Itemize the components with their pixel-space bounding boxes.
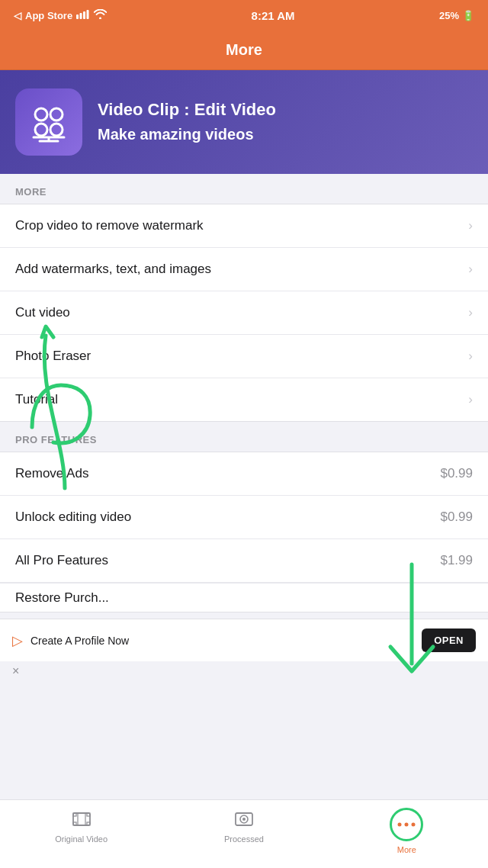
svg-point-22 [405,823,409,827]
svg-point-20 [242,818,246,821]
tab-more-label: More [397,845,416,854]
signal-icon [76,10,90,21]
status-bar: ◁ App Store 8:21 AM 25% 🔋 [0,0,488,31]
list-item-tutorial[interactable]: Tutorial › [0,378,488,421]
list-item-photo-eraser-label: Photo Eraser [15,349,91,364]
app-banner: Video Clip : Edit Video Make amazing vid… [0,70,488,174]
pro-item-all-features-label: All Pro Features [15,553,108,568]
tab-processed[interactable]: Processed [162,808,325,844]
app-icon [15,88,82,156]
chevron-icon-1: › [468,262,473,277]
ad-left: ▷ Create A Profile Now [12,632,129,649]
pro-section-header: PRO FEATURES [0,422,488,452]
pro-item-unlock-editing-price: $0.99 [440,510,473,525]
status-time: 8:21 AM [252,9,295,22]
tab-bar: Original Video Processed More [0,799,488,868]
svg-rect-13 [87,813,90,816]
svg-rect-12 [73,813,76,816]
pro-item-restore[interactable]: Restore Purch... [0,583,488,612]
tab-original-video-label: Original Video [55,834,108,844]
nav-bar: More [0,31,488,70]
app-tagline: Make amazing videos [98,124,276,145]
svg-rect-1 [80,13,82,19]
battery-percent: 25% [439,10,459,21]
tab-original-video[interactable]: Original Video [0,808,162,844]
pro-item-remove-ads-label: Remove Ads [15,466,88,481]
ad-text: Create A Profile Now [30,635,129,647]
ad-banner: ▷ Create A Profile Now OPEN [0,619,488,661]
app-name: Video Clip : Edit Video [98,99,276,121]
svg-rect-11 [73,813,90,825]
more-section-header: MORE [0,174,488,204]
back-indicator: ◁ [14,10,21,21]
more-list: Crop video to remove watermark › Add wat… [0,204,488,422]
pro-item-unlock-editing-label: Unlock editing video [15,510,131,525]
pro-item-all-features[interactable]: All Pro Features $1.99 [0,539,488,583]
list-item-crop[interactable]: Crop video to remove watermark › [0,204,488,248]
list-item-crop-label: Crop video to remove watermark [15,218,204,233]
chevron-icon-2: › [468,305,473,320]
pro-item-all-features-price: $1.99 [440,553,473,568]
ad-play-icon: ▷ [12,632,23,649]
carrier-text: App Store [25,10,72,21]
processed-icon [233,808,255,831]
svg-point-21 [398,823,402,827]
tab-processed-label: Processed [224,834,264,844]
nav-title: More [226,41,262,59]
pro-list: Remove Ads $0.99 Unlock editing video $0… [0,452,488,612]
film-icon [70,808,93,831]
status-right: 25% 🔋 [439,10,474,21]
ad-bottom: × [0,661,488,678]
svg-rect-2 [83,11,85,19]
ad-open-button[interactable]: OPEN [422,628,476,652]
app-info: Video Clip : Edit Video Make amazing vid… [98,99,276,146]
list-item-watermark[interactable]: Add watermarks, text, and images › [0,248,488,291]
chevron-icon-4: › [468,392,473,407]
svg-rect-3 [87,10,89,19]
svg-point-23 [412,823,416,827]
status-left: ◁ App Store [14,9,107,21]
svg-rect-14 [73,822,76,825]
list-item-photo-eraser[interactable]: Photo Eraser › [0,335,488,378]
svg-rect-15 [87,822,90,825]
chevron-icon-0: › [468,218,473,233]
pro-item-unlock-editing[interactable]: Unlock editing video $0.99 [0,496,488,539]
svg-point-7 [50,124,63,136]
wifi-icon [94,9,107,21]
list-item-tutorial-label: Tutorial [15,392,58,407]
pro-item-restore-label: Restore Purch... [15,590,109,606]
pro-item-remove-ads-price: $0.99 [440,466,473,481]
svg-point-4 [35,108,47,121]
svg-point-6 [35,124,47,136]
battery-icon: 🔋 [462,10,474,21]
list-item-cut[interactable]: Cut video › [0,291,488,335]
more-icon-circle [390,808,423,841]
chevron-icon-3: › [468,349,473,364]
ad-close-button[interactable]: × [12,664,19,678]
list-item-cut-label: Cut video [15,305,70,320]
svg-point-5 [50,108,63,121]
list-item-watermark-label: Add watermarks, text, and images [15,262,211,277]
pro-item-remove-ads[interactable]: Remove Ads $0.99 [0,452,488,496]
ad-container: ▷ Create A Profile Now OPEN × [0,619,488,678]
svg-rect-0 [76,14,79,19]
tab-more[interactable]: More [326,808,488,854]
